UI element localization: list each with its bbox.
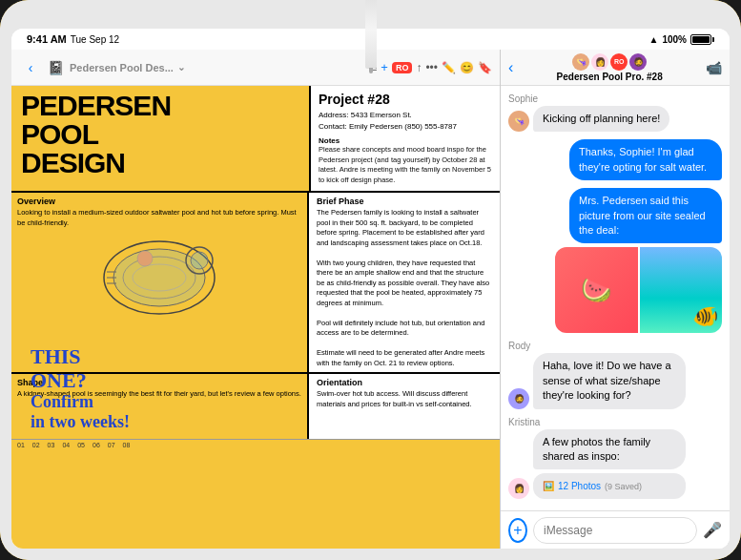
brief-phase-col: Brief Phase The Pedersen family is looki… xyxy=(309,193,500,372)
bubble-2: Thanks, Sophie! I'm glad they're opting … xyxy=(569,139,722,180)
orientation-label: Orientation xyxy=(317,378,492,387)
doc-bottom-row: Shape A kidney-shaped pool is seemingly … xyxy=(11,374,500,450)
notes-text: Please share concepts and mood board ins… xyxy=(319,145,492,185)
bubble-3: Mrs. Pedersen said this picture from our… xyxy=(569,188,722,243)
pencil-tip xyxy=(369,68,373,73)
status-right: ▲ 100% xyxy=(649,34,714,45)
kristina-avatar: 👩 xyxy=(508,478,529,499)
brief-phase-label: Brief Phase xyxy=(317,197,492,206)
ro-avatar: RO xyxy=(610,53,628,71)
brief-phase-text: The Pedersen family is looking to instal… xyxy=(317,208,492,368)
ro-badge: RO xyxy=(392,62,413,73)
project-address: Address: 5433 Emerson St. xyxy=(319,110,492,121)
shape-text: A kidney-shaped pool is seemingly the be… xyxy=(17,389,301,400)
sender-name-1: Sophie xyxy=(508,93,722,104)
bubble-1: Kicking off planning here! xyxy=(533,106,669,132)
bubble-row-3: Mrs. Pedersen said this picture from our… xyxy=(508,188,722,333)
notes-toolbar-actions: ≡ + RO ↑ ••• ✏️ 😊 🔖 xyxy=(370,60,492,74)
sender-name-5: Kristina xyxy=(508,417,722,427)
apple-pencil xyxy=(365,0,377,69)
doc-title-block: PEDERSEN POOL DESIGN xyxy=(11,86,309,191)
message-4: Rody 🧔 Haha, love it! Do we have a sense… xyxy=(508,341,722,408)
fish-emoji: 🐠 xyxy=(692,304,718,329)
message-input[interactable] xyxy=(533,517,697,544)
bookmark-icon[interactable]: 🔖 xyxy=(478,61,492,74)
doc-middle-row: Overview Looking to install a medium-siz… xyxy=(11,193,500,374)
rody-avatar: 🧔 xyxy=(508,388,529,409)
doc-main-title-line1: PEDERSEN xyxy=(21,92,299,120)
battery-indicator xyxy=(690,34,714,45)
bubble-row-4: 🧔 Haha, love it! Do we have a sense of w… xyxy=(508,353,722,408)
messages-title-area: 👒 👩 RO 🧔 Pedersen Pool Pro. #28 xyxy=(517,53,702,82)
watermelon-preview: 🍉 xyxy=(555,247,638,333)
svg-point-9 xyxy=(137,251,153,266)
pool-preview: 🐠 xyxy=(640,247,723,333)
messages-input-bar: + 🎤 xyxy=(501,510,730,549)
notes-panel: ‹ 📓 Pedersen Pool Des... ⌄ ≡ + RO ↑ ••• xyxy=(11,50,501,549)
bubble-row-5: 👩 A few photos the family shared as insp… xyxy=(508,429,722,500)
add-media-button[interactable]: + xyxy=(508,518,527,543)
pool-sketch-area xyxy=(17,232,301,322)
ipad-frame: 9:41 AM Tue Sep 12 ▲ 100% xyxy=(0,0,741,560)
emoji-icon[interactable]: 😊 xyxy=(460,61,474,74)
kristina-content: A few photos the family shared as inspo:… xyxy=(533,429,686,500)
back-button[interactable]: ‹ xyxy=(19,56,42,79)
project-number: Project #28 xyxy=(319,92,492,107)
pool-diagram-svg xyxy=(93,232,226,322)
doc-header-row: PEDERSEN POOL DESIGN Project #28 Address… xyxy=(11,86,500,193)
video-call-button[interactable]: 📹 xyxy=(706,60,722,75)
svg-point-5 xyxy=(191,252,208,269)
notes-title: Pedersen Pool Des... ⌄ xyxy=(70,62,364,73)
shape-col: Shape A kidney-shaped pool is seemingly … xyxy=(11,374,309,450)
photos-saved: (9 Saved) xyxy=(605,482,642,491)
photos-attachment[interactable]: 🖼️ 12 Photos (9 Saved) xyxy=(533,473,686,499)
microphone-button[interactable]: 🎤 xyxy=(703,521,722,539)
notebook-icon[interactable]: 📓 xyxy=(48,60,64,75)
ruler-row: 01 02 03 04 05 06 07 08 xyxy=(11,439,500,450)
messages-title: Pedersen Pool Pro. #28 xyxy=(557,72,663,82)
bubble-5: A few photos the family shared as inspo: xyxy=(533,429,686,470)
message-3: Mrs. Pedersen said this picture from our… xyxy=(508,188,722,333)
bubble-row-1: 👒 Kicking off planning here! xyxy=(508,106,722,132)
notes-toolbar: ‹ 📓 Pedersen Pool Des... ⌄ ≡ + RO ↑ ••• xyxy=(11,50,500,86)
messages-panel: ‹ 👒 👩 RO 🧔 Pedersen Pool Pro. #28 📹 xyxy=(501,50,730,549)
avatar-2: 👩 xyxy=(591,53,608,71)
add-icon[interactable]: + xyxy=(381,60,388,74)
message-5: Kristina 👩 A few photos the family share… xyxy=(508,417,722,500)
sender-name-4: Rody xyxy=(508,341,722,351)
main-content: ‹ 📓 Pedersen Pool Des... ⌄ ≡ + RO ↑ ••• xyxy=(11,50,730,549)
overview-label: Overview xyxy=(17,197,301,206)
messages-toolbar: ‹ 👒 👩 RO 🧔 Pedersen Pool Pro. #28 📹 xyxy=(501,50,730,86)
photos-icon: 🖼️ xyxy=(543,481,554,491)
overview-col: Overview Looking to install a medium-siz… xyxy=(11,193,309,372)
more-icon[interactable]: ••• xyxy=(425,61,438,74)
doc-main-title-line2: POOL xyxy=(21,120,299,149)
image-preview: 🍉 🐠 xyxy=(555,247,722,333)
group-avatars: 👒 👩 RO 🧔 xyxy=(572,53,647,71)
bubble-4: Haha, love it! Do we have a sense of wha… xyxy=(533,353,686,408)
overview-text: Looking to install a medium-sized outdoo… xyxy=(17,208,301,228)
doc-info-block: Project #28 Address: 5433 Emerson St. Co… xyxy=(309,86,500,191)
battery-percent: 100% xyxy=(662,34,687,45)
ipad-bezel: 9:41 AM Tue Sep 12 ▲ 100% xyxy=(0,0,741,560)
sophie-avatar: 👒 xyxy=(508,111,529,132)
status-left: 9:41 AM Tue Sep 12 xyxy=(27,33,119,45)
shape-label: Shape xyxy=(17,378,301,387)
doc-main-title-line3: DESIGN xyxy=(21,149,299,177)
messages-list: Sophie 👒 Kicking off planning here! Than… xyxy=(501,86,730,510)
wifi-icon: ▲ xyxy=(649,34,659,45)
message-2: Thanks, Sophie! I'm glad they're opting … xyxy=(508,139,722,180)
photos-count: 12 Photos xyxy=(558,481,601,491)
screen: 9:41 AM Tue Sep 12 ▲ 100% xyxy=(11,29,730,549)
notes-label: Notes xyxy=(319,136,492,145)
avatar-1: 👒 xyxy=(572,53,589,71)
outgoing-with-image: Mrs. Pedersen said this picture from our… xyxy=(555,188,722,333)
messages-back-button[interactable]: ‹ xyxy=(508,59,513,76)
status-time: 9:41 AM xyxy=(27,33,67,45)
pencil-icon[interactable]: ✏️ xyxy=(442,61,456,74)
orientation-text: Swim-over hot tub access. Will discuss d… xyxy=(317,389,492,409)
project-contact: Contact: Emily Pedersen (850) 555-8787 xyxy=(319,121,492,133)
share-icon[interactable]: ↑ xyxy=(416,61,422,74)
document-area: PEDERSEN POOL DESIGN Project #28 Address… xyxy=(11,86,500,549)
status-date: Tue Sep 12 xyxy=(71,34,119,45)
